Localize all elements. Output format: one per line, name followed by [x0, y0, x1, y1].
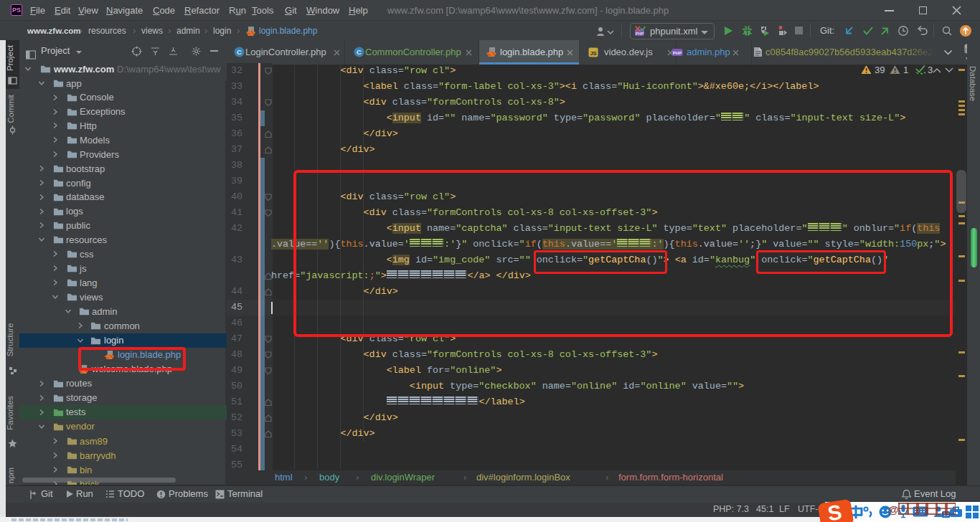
- svg-text:PHP: PHP: [636, 32, 644, 36]
- svg-text:PHP: PHP: [673, 51, 682, 55]
- svg-text:JS: JS: [590, 50, 596, 57]
- svg-text:C: C: [357, 48, 362, 56]
- svg-text:C: C: [237, 48, 242, 56]
